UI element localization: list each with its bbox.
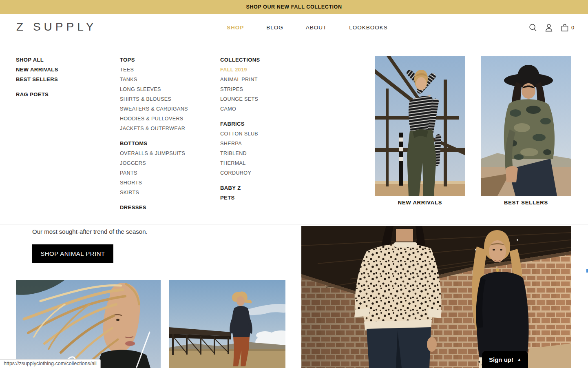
signup-label: Sign up!: [489, 356, 513, 363]
menu-link-lounge-sets[interactable]: LOUNGE SETS: [220, 94, 260, 104]
cart-icon: [560, 23, 570, 33]
shop-mega-menu: SHOP ALL NEW ARRIVALS BEST SELLERS RAG P…: [0, 41, 588, 224]
menu-column-featured: SHOP ALL NEW ARRIVALS BEST SELLERS RAG P…: [16, 55, 58, 100]
menu-link-jackets-outerwear[interactable]: JACKETS & OUTERWEAR: [120, 124, 188, 133]
menu-heading-dresses[interactable]: DRESSES: [120, 203, 188, 213]
photo-leopard-duo-illustration: [301, 226, 571, 368]
menu-column-collections: COLLECTIONS FALL 2019 ANIMAL PRINT STRIP…: [220, 55, 260, 203]
menu-heading-pets[interactable]: PETS: [220, 193, 260, 203]
menu-link-joggers[interactable]: JOGGERS: [120, 158, 188, 168]
best-sellers-photo: [481, 56, 571, 196]
menu-heading-baby-z[interactable]: BABY Z: [220, 183, 260, 193]
menu-heading-collections[interactable]: COLLECTIONS: [220, 55, 260, 65]
menu-link-cotton-slub[interactable]: COTTON SLUB: [220, 129, 260, 139]
header-icons: 0: [528, 14, 574, 41]
photo-windblown-closeup-illustration: [16, 280, 161, 368]
menu-link-stripes[interactable]: STRIPES: [220, 84, 260, 94]
photo-field-scene[interactable]: [169, 280, 285, 368]
brand-logo[interactable]: Z SUPPLY: [16, 20, 97, 33]
nav-about[interactable]: ABOUT: [306, 24, 327, 31]
menu-link-sherpa[interactable]: SHERPA: [220, 139, 260, 149]
menu-link-new-arrivals[interactable]: NEW ARRIVALS: [16, 65, 58, 75]
menu-link-triblend[interactable]: TRIBLEND: [220, 149, 260, 158]
menu-link-camo[interactable]: CAMO: [220, 104, 260, 114]
nav-blog[interactable]: BLOG: [266, 24, 283, 31]
account-icon[interactable]: [544, 23, 554, 33]
cart-count: 0: [571, 24, 574, 31]
menu-link-shop-all[interactable]: SHOP ALL: [16, 55, 58, 65]
menu-link-shirts-blouses[interactable]: SHIRTS & BLOUSES: [120, 94, 188, 104]
main-nav: SHOP BLOG ABOUT LOOKBOOKS: [227, 14, 388, 41]
chevron-up-icon: ▲: [517, 358, 521, 361]
shop-animal-print-button[interactable]: SHOP ANIMAL PRINT: [32, 244, 113, 263]
nav-lookbooks[interactable]: LOOKBOOKS: [349, 24, 388, 31]
menu-link-long-sleeves[interactable]: LONG SLEEVES: [120, 84, 188, 94]
menu-link-tees[interactable]: TEES: [120, 65, 188, 75]
menu-link-rag-poets[interactable]: RAG POETS: [16, 90, 58, 100]
photo-leopard-duo[interactable]: [301, 226, 571, 368]
menu-link-skirts[interactable]: SKIRTS: [120, 188, 188, 197]
scrollbar-track[interactable]: [587, 0, 587, 368]
menu-link-pants[interactable]: PANTS: [120, 168, 188, 178]
nav-shop[interactable]: SHOP: [227, 24, 244, 31]
signup-button[interactable]: Sign up! ▲: [482, 351, 528, 368]
menu-link-sweaters-cardigans[interactable]: SWEATERS & CARDIGANS: [120, 104, 188, 114]
promo-banner[interactable]: SHOP OUR NEW FALL COLLECTION: [0, 0, 588, 14]
site-header: Z SUPPLY SHOP BLOG ABOUT LOOKBOOKS 0: [0, 14, 588, 41]
new-arrivals-caption[interactable]: NEW ARRIVALS: [375, 200, 465, 206]
browser-viewport: SHOP OUR NEW FALL COLLECTION Z SUPPLY SH…: [0, 0, 588, 368]
photo-windblown-closeup[interactable]: [16, 280, 161, 368]
menu-promo-new-arrivals[interactable]: NEW ARRIVALS: [375, 56, 465, 206]
menu-link-corduroy[interactable]: CORDUROY: [220, 168, 260, 178]
menu-link-shorts[interactable]: SHORTS: [120, 178, 188, 188]
promo-banner-text: SHOP OUR NEW FALL COLLECTION: [246, 4, 342, 10]
photo-field-scene-illustration: [169, 280, 285, 368]
menu-link-hoodies-pullovers[interactable]: HOODIES & PULLOVERS: [120, 114, 188, 124]
menu-column-categories: TOPS TEES TANKS LONG SLEEVES SHIRTS & BL…: [120, 55, 188, 213]
best-sellers-caption[interactable]: BEST SELLERS: [481, 200, 571, 206]
menu-heading-fabrics[interactable]: FABRICS: [220, 119, 260, 129]
menu-link-tanks[interactable]: TANKS: [120, 75, 188, 84]
menu-link-fall-2019[interactable]: FALL 2019: [220, 65, 260, 75]
menu-link-best-sellers[interactable]: BEST SELLERS: [16, 75, 58, 84]
menu-promo-best-sellers[interactable]: BEST SELLERS: [481, 56, 571, 206]
scrollbar-marker: [586, 269, 588, 273]
cart-button[interactable]: 0: [560, 23, 574, 33]
status-url-tooltip: https://zsupplyclothing.com/collections/…: [0, 359, 101, 368]
menu-heading-bottoms[interactable]: BOTTOMS: [120, 139, 188, 149]
section-subtitle: Our most sought-after trend of the seaso…: [32, 228, 148, 235]
menu-link-overalls-jumpsuits[interactable]: OVERALLS & JUMPSUITS: [120, 149, 188, 158]
menu-link-thermal[interactable]: THERMAL: [220, 158, 260, 168]
menu-heading-tops[interactable]: TOPS: [120, 55, 188, 65]
search-icon[interactable]: [528, 23, 538, 33]
menu-link-animal-print[interactable]: ANIMAL PRINT: [220, 75, 260, 84]
new-arrivals-photo: [375, 56, 465, 196]
